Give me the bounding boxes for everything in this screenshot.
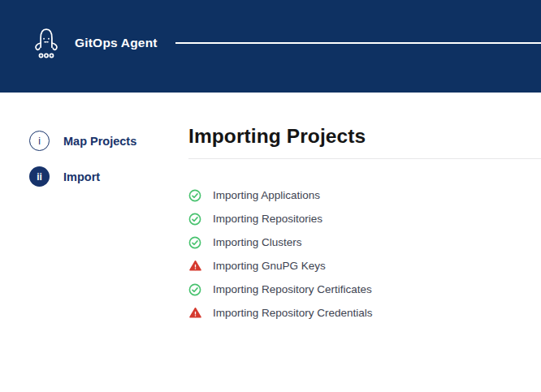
success-check-icon — [188, 283, 201, 296]
main-panel: Importing Projects Importing Application… — [188, 93, 541, 325]
sidebar-item-map-projects[interactable]: i Map Projects — [29, 131, 188, 151]
success-check-icon — [188, 213, 201, 226]
status-label: Importing Clusters — [213, 236, 302, 248]
import-status-list: Importing Applications Importing Reposit… — [188, 183, 541, 325]
status-row: Importing GnuPG Keys — [188, 254, 541, 278]
status-row: Importing Repository Certificates — [188, 278, 541, 301]
status-label: Importing Repositories — [213, 213, 322, 225]
status-label: Importing GnuPG Keys — [213, 260, 326, 272]
status-label: Importing Applications — [213, 189, 320, 201]
status-row: Importing Applications — [188, 183, 541, 207]
page: GitOps Agent i Map Projects ii Import Im… — [0, 0, 541, 392]
sidebar-item-label: Map Projects — [63, 135, 136, 148]
step-two-circle: ii — [29, 166, 50, 187]
page-title: Importing Projects — [188, 125, 541, 148]
sidebar-item-label: Import — [63, 170, 100, 183]
error-warning-triangle-icon — [188, 260, 201, 273]
title-divider — [188, 158, 541, 159]
error-warning-triangle-icon — [188, 307, 201, 320]
brand-row: GitOps Agent — [31, 25, 541, 61]
status-label: Importing Repository Credentials — [213, 307, 373, 319]
wizard-sidebar: i Map Projects ii Import — [0, 93, 188, 325]
status-label: Importing Repository Certificates — [213, 283, 372, 295]
success-check-icon — [188, 189, 201, 202]
status-row: Importing Repositories — [188, 207, 541, 230]
content-area: i Map Projects ii Import Importing Proje… — [0, 93, 541, 325]
header-divider-line — [175, 42, 541, 44]
brand-name: GitOps Agent — [75, 36, 158, 50]
app-header: GitOps Agent — [0, 0, 541, 93]
success-check-icon — [188, 236, 201, 249]
sidebar-item-import[interactable]: ii Import — [29, 166, 188, 187]
argo-octopus-icon — [31, 25, 62, 61]
status-row: Importing Clusters — [188, 230, 541, 254]
step-one-circle: i — [29, 131, 50, 151]
status-row: Importing Repository Credentials — [188, 301, 541, 325]
